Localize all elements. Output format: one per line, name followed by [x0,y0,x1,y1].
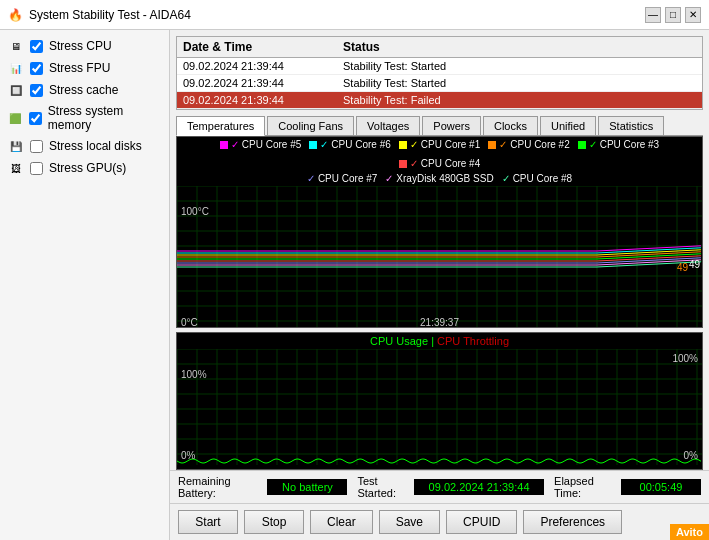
checkbox-stress-fpu[interactable]: 📊 Stress FPU [8,60,161,76]
legend-core6: ✓ CPU Core #6 [309,139,390,150]
cpu-chart-title: CPU Usage | CPU Throttling [177,333,702,349]
elapsed-label: Elapsed Time: [554,475,615,499]
title-bar-buttons: — □ ✕ [645,7,701,23]
tab-powers[interactable]: Powers [422,116,481,135]
minimize-button[interactable]: — [645,7,661,23]
test-started-label: Test Started: [357,475,408,499]
test-started-status: Test Started: 09.02.2024 21:39:44 [357,475,544,499]
stress-fpu-label: Stress FPU [49,61,110,75]
tab-clocks[interactable]: Clocks [483,116,538,135]
chart-legend: ✓ CPU Core #5 ✓ CPU Core #6 ✓ CPU Core #… [177,137,702,171]
save-button[interactable]: Save [379,510,440,534]
log-row: 09.02.2024 21:39:44 Stability Test: Star… [177,75,702,92]
left-panel: 🖥 Stress CPU 📊 Stress FPU 🔲 Stress cache… [0,30,170,540]
fpu-icon: 📊 [8,60,24,76]
stress-gpu-label: Stress GPU(s) [49,161,126,175]
log-status-1: Stability Test: Started [343,60,696,72]
log-time-2: 09.02.2024 21:39:44 [183,77,343,89]
legend-core1: ✓ CPU Core #1 [399,139,480,150]
chart2-y-bottom: 0% [181,450,195,461]
stress-disks-checkbox[interactable] [30,140,43,153]
cache-icon: 🔲 [8,82,24,98]
log-status-3: Stability Test: Failed [343,94,696,106]
app-icon: 🔥 [8,8,23,22]
log-row-failed: 09.02.2024 21:39:44 Stability Test: Fail… [177,92,702,109]
elapsed-value: 00:05:49 [621,479,701,495]
clear-button[interactable]: Clear [310,510,373,534]
stress-disks-label: Stress local disks [49,139,142,153]
checkbox-stress-memory[interactable]: 🟩 Stress system memory [8,104,161,132]
chart-area: ✓ CPU Core #5 ✓ CPU Core #6 ✓ CPU Core #… [176,136,703,470]
elapsed-status: Elapsed Time: 00:05:49 [554,475,701,499]
close-button[interactable]: ✕ [685,7,701,23]
chart1-time: 21:39:37 [420,317,459,328]
test-started-value: 09.02.2024 21:39:44 [414,479,544,495]
log-header-status: Status [343,40,696,54]
legend-core5: ✓ CPU Core #5 [220,139,301,150]
chart2-y-bottom-right: 0% [684,450,698,461]
tab-statistics[interactable]: Statistics [598,116,664,135]
legend-xray: ✓ XrayDisk 480GB SSD [385,173,493,184]
chart2-y-top-right: 100% [672,353,698,364]
tab-unified[interactable]: Unified [540,116,596,135]
bottom-bar: Remaining Battery: No battery Test Start… [170,470,709,503]
stress-gpu-checkbox[interactable] [30,162,43,175]
chart1-y-bottom: 0°C [181,317,198,328]
temperature-chart: ✓ CPU Core #5 ✓ CPU Core #6 ✓ CPU Core #… [176,136,703,328]
legend-core2: ✓ CPU Core #2 [488,139,569,150]
gpu-icon: 🖼 [8,160,24,176]
log-table: Date & Time Status 09.02.2024 21:39:44 S… [176,36,703,110]
battery-status: Remaining Battery: No battery [178,475,347,499]
tab-temperatures[interactable]: Temperatures [176,116,265,136]
battery-value: No battery [267,479,347,495]
disk-icon: 💾 [8,138,24,154]
chart2-y-top: 100% [181,369,207,380]
stress-memory-checkbox[interactable] [29,112,42,125]
cpuid-button[interactable]: CPUID [446,510,517,534]
right-panel: Date & Time Status 09.02.2024 21:39:44 S… [170,30,709,540]
log-time-3: 09.02.2024 21:39:44 [183,94,343,106]
ram-icon: 🟩 [8,110,23,126]
tab-voltages[interactable]: Voltages [356,116,420,135]
stress-cache-label: Stress cache [49,83,118,97]
stress-fpu-checkbox[interactable] [30,62,43,75]
log-time-1: 09.02.2024 21:39:44 [183,60,343,72]
battery-label: Remaining Battery: [178,475,261,499]
cpu-usage-chart: CPU Usage | CPU Throttling 100% 0% 100% … [176,332,703,470]
legend-core3: ✓ CPU Core #3 [578,139,659,150]
preferences-button[interactable]: Preferences [523,510,622,534]
legend-core7: ✓ CPU Core #7 [307,173,377,184]
stress-memory-label: Stress system memory [48,104,161,132]
checkbox-stress-gpu[interactable]: 🖼 Stress GPU(s) [8,160,161,176]
start-button[interactable]: Start [178,510,238,534]
title-bar-left: 🔥 System Stability Test - AIDA64 [8,8,191,22]
stress-cpu-label: Stress CPU [49,39,112,53]
button-row: Start Stop Clear Save CPUID Preferences [170,503,709,540]
checkbox-stress-cache[interactable]: 🔲 Stress cache [8,82,161,98]
legend-core8: ✓ CPU Core #8 [502,173,572,184]
tabs-container: Temperatures Cooling Fans Voltages Power… [176,116,703,136]
maximize-button[interactable]: □ [665,7,681,23]
checkbox-stress-disks[interactable]: 💾 Stress local disks [8,138,161,154]
tabs: Temperatures Cooling Fans Voltages Power… [176,116,703,136]
avito-badge: Avito [670,524,709,540]
window-title: System Stability Test - AIDA64 [29,8,191,22]
log-table-header: Date & Time Status [177,37,702,58]
checkbox-stress-cpu[interactable]: 🖥 Stress CPU [8,38,161,54]
log-row: 09.02.2024 21:39:44 Stability Test: Star… [177,58,702,75]
cpu-icon: 🖥 [8,38,24,54]
tab-cooling-fans[interactable]: Cooling Fans [267,116,354,135]
chart1-y-top: 100°C [181,206,209,217]
stress-cache-checkbox[interactable] [30,84,43,97]
log-header-time: Date & Time [183,40,343,54]
chart-legend-2: ✓ CPU Core #7 ✓ XrayDisk 480GB SSD ✓ CPU… [177,171,702,186]
stress-cpu-checkbox[interactable] [30,40,43,53]
stop-button[interactable]: Stop [244,510,304,534]
log-status-2: Stability Test: Started [343,77,696,89]
legend-core4: ✓ CPU Core #4 [399,158,480,169]
